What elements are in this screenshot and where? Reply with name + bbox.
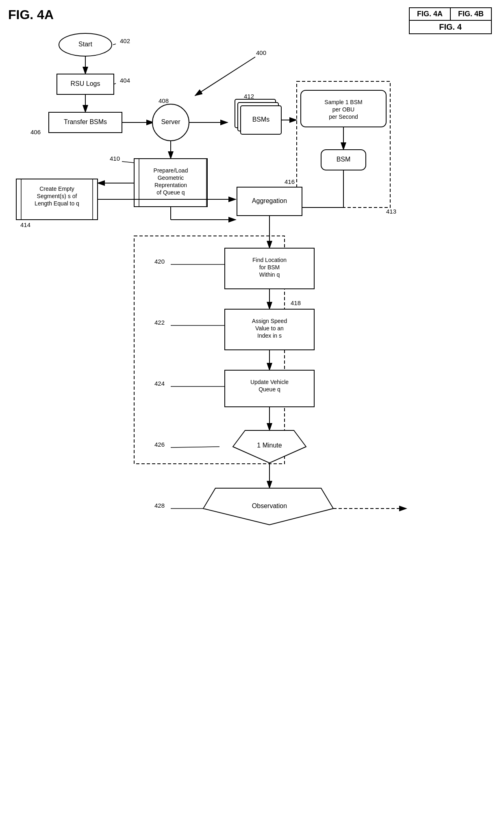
rsu-logs-label: RSU Logs [71, 80, 100, 87]
observation-label: Observation [252, 502, 287, 509]
sample-bsm-label2: per OBU [332, 106, 354, 113]
label-402: 402 [120, 37, 130, 44]
label-406: 406 [30, 129, 41, 135]
label-416: 416 [285, 178, 295, 185]
prepare-load-label3: Reprentation [154, 182, 187, 188]
find-location-label3: Within q [259, 271, 280, 278]
page: FIG. 4A FIG. 4A FIG. 4B FIG. 4 Start 402… [0, 0, 504, 836]
start-label: Start [78, 41, 92, 48]
create-empty-label1: Create Empty [39, 186, 74, 192]
create-empty-label2: Segment(s) s of [37, 193, 77, 199]
label-420: 420 [154, 258, 165, 265]
label-400: 400 [256, 49, 266, 56]
update-vehicle-label2: Queue q [259, 386, 280, 393]
prepare-load-label2: Geometric [158, 175, 184, 181]
server-label: Server [161, 118, 180, 125]
svg-line-1 [113, 44, 116, 45]
label-418: 418 [291, 299, 301, 306]
aggregation-label: Aggregation [252, 197, 287, 204]
label-410: 410 [110, 155, 120, 162]
svg-line-11 [171, 447, 219, 447]
label-424: 424 [154, 380, 165, 387]
bsm-single-label: BSM [337, 156, 351, 163]
sample-bsm-label3: per Second [329, 114, 358, 120]
label-413: 413 [386, 208, 396, 215]
find-location-label1: Find Location [252, 257, 287, 263]
assign-speed-label3: Index in s [257, 332, 282, 339]
sample-bsm-label1: Sample 1 BSM [324, 99, 362, 105]
label-404: 404 [120, 77, 130, 84]
label-428: 428 [154, 502, 165, 509]
label-408: 408 [159, 97, 169, 104]
svg-line-5 [122, 162, 134, 163]
prepare-load-label4: of Queue q [156, 189, 185, 196]
assign-speed-label2: Value to an [255, 325, 284, 332]
transfer-bsms-label: Transfer BSMs [64, 118, 107, 125]
label-426: 426 [154, 441, 165, 448]
create-empty-label3: Length Equal to q [35, 200, 79, 207]
find-location-label2: for BSM [259, 264, 280, 271]
label-412: 412 [244, 93, 254, 100]
flowchart-diagram: Start 402 RSU Logs 404 Transfer BSMs 406… [0, 0, 504, 836]
bsms-label: BSMs [252, 116, 270, 123]
label-414: 414 [20, 221, 30, 228]
label-422: 422 [154, 319, 165, 326]
update-vehicle-label1: Update Vehicle [250, 379, 289, 385]
one-minute-label: 1 Minute [257, 442, 282, 449]
prepare-load-label1: Prepare/Load [154, 167, 188, 174]
arrow-400 [195, 57, 255, 96]
assign-speed-label1: Assign Speed [252, 318, 287, 324]
